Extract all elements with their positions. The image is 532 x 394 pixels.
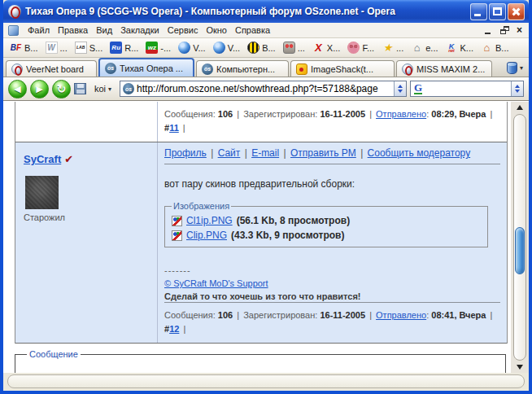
- opera-window: Тихая Опера 9 (SCGG-WS Opera) - Компьюте…: [0, 0, 532, 394]
- sent-link[interactable]: Отправлено: [376, 310, 426, 320]
- divider: [164, 164, 500, 164]
- tab-miss-maxim[interactable]: MISS MAXIM 2...: [396, 60, 492, 77]
- trash-icon: [507, 62, 517, 74]
- bookmark-favicon: BF: [10, 42, 22, 54]
- separator: |: [281, 147, 287, 159]
- post-number-link[interactable]: 11: [169, 123, 179, 133]
- address-field[interactable]: os: [120, 81, 407, 97]
- robot-icon: [283, 42, 295, 54]
- bookmark-item[interactable]: ...: [280, 41, 308, 55]
- site-link[interactable]: Сайт: [218, 147, 241, 159]
- bookmark-item[interactable]: W...: [42, 41, 71, 55]
- tab-imageshack[interactable]: ImageShack(t...: [290, 60, 395, 77]
- minimize-button[interactable]: [470, 3, 487, 20]
- scrollbar-track[interactable]: [513, 114, 526, 361]
- post-info: Сообщения: 106 | Зарегистрирован: 16-11-…: [158, 303, 508, 343]
- mdi-restore-button[interactable]: [500, 26, 509, 34]
- menu-help[interactable]: Справка: [231, 24, 274, 37]
- author-link[interactable]: SyCraft: [24, 153, 61, 165]
- attachment-link[interactable]: Clip.PNG: [186, 230, 227, 241]
- post-number-link[interactable]: 12: [169, 324, 179, 334]
- imageshack-favicon: [296, 63, 307, 75]
- close-button[interactable]: [508, 3, 525, 20]
- maximize-button[interactable]: [489, 3, 506, 20]
- attachments-box: Изображения Cl1ip.PNG (56.1 Kb, 8 просмо…: [164, 201, 488, 247]
- signature-link[interactable]: © SyCRaft MoD's Support: [164, 278, 268, 288]
- bookmark-item[interactable]: BFB...: [7, 41, 41, 55]
- chevron-down-icon: ▾: [108, 85, 111, 93]
- opera-app-icon: [8, 5, 21, 18]
- bookmark-item[interactable]: ★...: [378, 41, 407, 55]
- attachment-row: Clip.PNG (43.3 Kb, 9 просмотров): [172, 228, 481, 243]
- save-icon[interactable]: [74, 83, 86, 94]
- message-text: вот пару скинов предварительной сборки:: [164, 178, 500, 190]
- mdi-controls: ×: [484, 26, 525, 34]
- separator: |: [368, 109, 373, 119]
- menu-view[interactable]: Вид: [92, 24, 116, 37]
- globe-icon: [213, 42, 225, 54]
- bookmark-item[interactable]: XX...: [309, 41, 344, 55]
- tab-tihaya-opera[interactable]: osТихая Опера ...: [98, 58, 194, 77]
- back-button[interactable]: ◀: [8, 80, 27, 98]
- search-input[interactable]: [424, 82, 511, 95]
- menu-window[interactable]: Окно: [202, 24, 231, 37]
- separator: |: [181, 123, 187, 133]
- attachment-link[interactable]: Cl1ip.PNG: [186, 215, 233, 226]
- bookmark-favicon: W: [46, 42, 58, 54]
- url-input[interactable]: [137, 82, 394, 95]
- pig-icon: [347, 42, 360, 54]
- bookmark-item[interactable]: ⌂B...: [477, 41, 512, 55]
- bookmark-favicon: wz: [146, 42, 158, 54]
- scroll-down-button[interactable]: [511, 361, 529, 373]
- arrow-up-icon: [517, 105, 523, 110]
- reload-button[interactable]: ↻: [52, 80, 71, 98]
- separator: |: [368, 310, 373, 320]
- sent-link[interactable]: Отправлено: [376, 109, 426, 119]
- bookmark-item[interactable]: V...: [175, 41, 209, 55]
- separator: |: [488, 109, 494, 119]
- bookmark-item[interactable]: wz-...: [142, 41, 174, 55]
- bookmarks-bar: BFB... W... LABS... RuR... wz-... V... V…: [3, 38, 529, 58]
- menu-file[interactable]: Файл: [24, 24, 54, 37]
- address-dropdown-button[interactable]: [394, 81, 406, 96]
- scroll-up-button[interactable]: [511, 102, 529, 113]
- titlebar[interactable]: Тихая Опера 9 (SCGG-WS Opera) - Компьюте…: [3, 0, 529, 23]
- tab-computer-forum[interactable]: osКомпьютерн...: [196, 60, 289, 77]
- bookmark-item[interactable]: ⌂e...: [408, 41, 441, 55]
- post-links: Профиль | Сайт | E-mail | Отправить PM |…: [158, 142, 507, 163]
- opera-page-icon: [402, 63, 413, 75]
- bookmark-item[interactable]: F...: [344, 41, 377, 55]
- house-icon: ⌂: [411, 42, 423, 54]
- forward-button[interactable]: ▶: [30, 80, 49, 98]
- closed-tabs-button[interactable]: ▾: [504, 62, 526, 77]
- profile-link[interactable]: Профиль: [164, 147, 207, 159]
- oszone-favicon: os: [105, 63, 116, 74]
- separator: |: [235, 109, 241, 119]
- reply-form-legend: Сообщение: [27, 349, 81, 359]
- encoding-selector[interactable]: koi▾: [89, 82, 116, 95]
- mdi-close-button[interactable]: ×: [517, 26, 522, 34]
- menu-tools[interactable]: Сервис: [164, 24, 203, 37]
- bookmark-item[interactable]: KnetK...: [443, 41, 477, 55]
- bookmark-item[interactable]: B...: [244, 41, 279, 55]
- vertical-scrollbar[interactable]: [511, 102, 529, 373]
- post-row: SyCraft✔ Старожил Профиль | Сайт | E-mai…: [15, 142, 507, 344]
- bookmark-item[interactable]: LABS...: [72, 41, 107, 55]
- tab-veernet[interactable]: VeerNet board: [6, 60, 97, 77]
- window-title: Тихая Опера 9 (SCGG-WS Opera) - Компьюте…: [25, 6, 470, 17]
- menu-edit[interactable]: Правка: [54, 24, 92, 37]
- bookmark-item[interactable]: RuR...: [107, 41, 142, 55]
- search-field[interactable]: G: [410, 81, 524, 97]
- mdi-minimize-button[interactable]: [484, 26, 493, 34]
- send-pm-link[interactable]: Отправить PM: [290, 147, 356, 159]
- email-link[interactable]: E-mail: [251, 147, 279, 159]
- user-title: Старожил: [24, 212, 152, 222]
- scrollbar-thumb[interactable]: [515, 227, 525, 274]
- search-dropdown-button[interactable]: [511, 81, 523, 96]
- separator: |: [235, 310, 241, 320]
- bookmark-item[interactable]: V...: [210, 41, 244, 55]
- bookmark-favicon: Ru: [110, 42, 122, 54]
- menu-bookmarks[interactable]: Закладки: [116, 24, 164, 37]
- report-moderator-link[interactable]: Сообщить модератору: [368, 147, 471, 159]
- forum-thread-page: Сообщения: 106 | Зарегистрирован: 16-11-…: [3, 102, 511, 373]
